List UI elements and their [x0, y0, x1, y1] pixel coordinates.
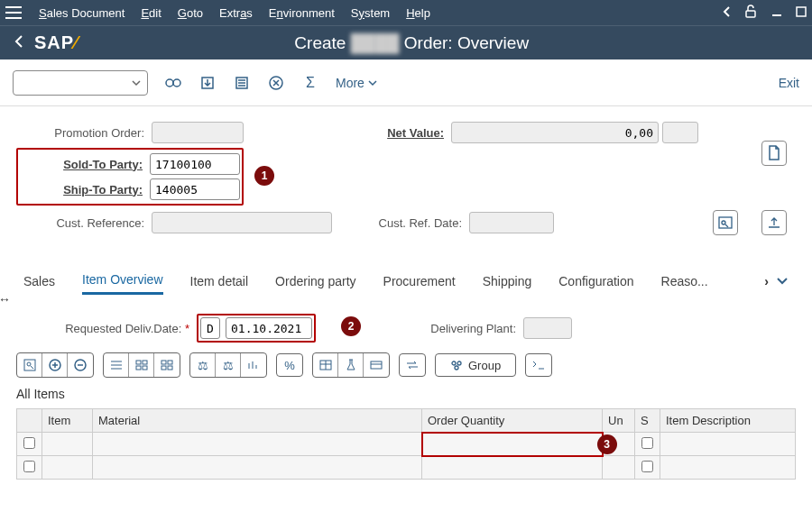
col-description[interactable]: Item Description — [660, 409, 796, 433]
col-select[interactable] — [17, 409, 42, 433]
items-table: Item Material Order Quantity Un S Item D… — [16, 408, 796, 480]
more-menu[interactable]: More — [336, 76, 378, 90]
cancel-icon[interactable] — [267, 74, 285, 92]
display-icon[interactable] — [164, 74, 182, 92]
title-bar: SAP⁄ Create ████ Order: Overview — [0, 25, 812, 59]
display-doc-icon[interactable] — [713, 210, 738, 235]
row-checkbox[interactable] — [23, 437, 35, 449]
minimize-icon[interactable] — [770, 5, 783, 21]
row-checkbox[interactable] — [23, 461, 35, 472]
tab-sales[interactable]: Sales — [23, 269, 55, 294]
col-order-qty[interactable]: Order Quantity — [422, 409, 603, 433]
net-value-label[interactable]: Net Value: — [343, 126, 451, 140]
svg-rect-9 — [24, 360, 35, 370]
percent-icon[interactable]: % — [276, 353, 303, 377]
cust-ref-date-field[interactable] — [469, 212, 554, 233]
detail-icon[interactable] — [17, 353, 42, 377]
col-s[interactable]: S — [635, 409, 660, 433]
svg-rect-15 — [136, 366, 141, 370]
import-icon[interactable] — [198, 74, 217, 92]
lock-icon[interactable] — [743, 5, 758, 22]
svg-rect-22 — [371, 361, 382, 369]
table-row[interactable] — [17, 456, 796, 480]
svg-rect-16 — [143, 366, 147, 370]
app-toolbar: Σ More Exit — [0, 59, 812, 106]
list-icon[interactable] — [233, 74, 251, 92]
svg-point-25 — [455, 366, 458, 370]
row-checkbox[interactable] — [641, 461, 653, 472]
col-item[interactable]: Item — [42, 409, 93, 433]
svg-rect-14 — [143, 361, 147, 364]
scales2-icon[interactable]: ⚖ — [216, 353, 241, 377]
maximize-icon[interactable] — [796, 6, 807, 20]
menu-system[interactable]: System — [351, 6, 390, 20]
hamburger-icon[interactable] — [5, 6, 22, 19]
chart-icon[interactable] — [241, 353, 266, 377]
req-delivery-date-field[interactable] — [226, 317, 312, 339]
flask-icon[interactable] — [338, 353, 364, 377]
document-icon[interactable] — [761, 141, 787, 166]
settings-icon[interactable] — [525, 353, 552, 377]
exit-link[interactable]: Exit — [779, 76, 799, 90]
export-doc-icon[interactable] — [761, 210, 787, 235]
date-type-field[interactable] — [200, 317, 220, 339]
svg-rect-19 — [161, 366, 166, 370]
delivering-plant-field[interactable] — [523, 317, 572, 339]
promotion-order-field[interactable] — [152, 122, 244, 143]
overview-pane: Requested Deliv.Date: 2 Delivering Plant… — [0, 306, 812, 489]
row-checkbox[interactable] — [641, 437, 653, 449]
tab-shipping[interactable]: Shipping — [483, 269, 532, 294]
grid2-icon[interactable] — [154, 353, 180, 377]
svg-point-10 — [27, 362, 31, 366]
tabs-chevron-down-icon[interactable] — [776, 274, 789, 288]
cust-ref-date-label: Cust. Ref. Date: — [370, 216, 469, 230]
tab-ordering-party[interactable]: Ordering party — [275, 269, 355, 294]
tabs-ellipsis-icon[interactable]: › — [764, 274, 769, 288]
ship-to-field[interactable] — [150, 178, 240, 200]
menu-sales-document[interactable]: Sales Document — [39, 6, 125, 20]
menu-help[interactable]: Help — [406, 6, 430, 20]
svg-rect-0 — [746, 11, 755, 17]
sum-icon[interactable]: Σ — [301, 74, 319, 92]
tab-procurement[interactable]: Procurement — [383, 269, 456, 294]
svg-rect-17 — [161, 361, 166, 364]
grid-icon[interactable] — [129, 353, 154, 377]
col-material[interactable]: Material — [93, 409, 422, 433]
menu-environment[interactable]: Environment — [269, 6, 335, 20]
tab-item-detail[interactable]: Item detail — [190, 269, 249, 294]
transfer-icon[interactable] — [399, 353, 426, 377]
chevron-left-icon[interactable] — [722, 5, 731, 21]
menu-extras[interactable]: Extras — [219, 6, 253, 20]
group-button[interactable]: Group — [435, 353, 516, 377]
add-icon[interactable] — [42, 353, 68, 377]
annotation-2: 2 — [341, 316, 361, 336]
variant-combo[interactable] — [13, 70, 148, 96]
tab-configuration[interactable]: Configuration — [558, 269, 633, 294]
tab-reason[interactable]: Reaso... — [661, 269, 708, 294]
sold-to-label[interactable]: Sold-To Party: — [20, 158, 150, 171]
card-icon[interactable] — [364, 353, 389, 377]
remove-icon[interactable] — [68, 353, 93, 377]
expand-arrow-icon[interactable]: ↔ — [0, 292, 11, 306]
table-row[interactable] — [17, 433, 796, 456]
cust-ref-field[interactable] — [152, 212, 332, 233]
col-unit[interactable]: Un — [603, 409, 635, 433]
svg-rect-20 — [168, 366, 172, 370]
scales-icon[interactable]: ⚖ — [190, 353, 216, 377]
sold-to-field[interactable] — [150, 153, 240, 175]
svg-rect-1 — [797, 7, 806, 16]
delivering-plant-label: Delivering Plant: — [415, 322, 523, 335]
svg-point-23 — [452, 361, 456, 365]
menu-goto[interactable]: Goto — [178, 6, 203, 20]
svg-point-8 — [722, 221, 725, 224]
menu-bar: Sales Document Edit Goto Extras Environm… — [0, 0, 812, 25]
svg-point-3 — [173, 79, 180, 87]
item-toolbar: ⚖ ⚖ % Group — [16, 352, 796, 378]
table-icon[interactable] — [313, 353, 338, 377]
list2-icon[interactable] — [104, 353, 129, 377]
ship-to-label[interactable]: Ship-To Party: — [20, 183, 150, 197]
currency-field — [662, 122, 698, 143]
tab-item-overview[interactable]: Item Overview — [82, 267, 162, 295]
menu-edit[interactable]: Edit — [141, 6, 161, 20]
svg-point-24 — [457, 361, 461, 365]
